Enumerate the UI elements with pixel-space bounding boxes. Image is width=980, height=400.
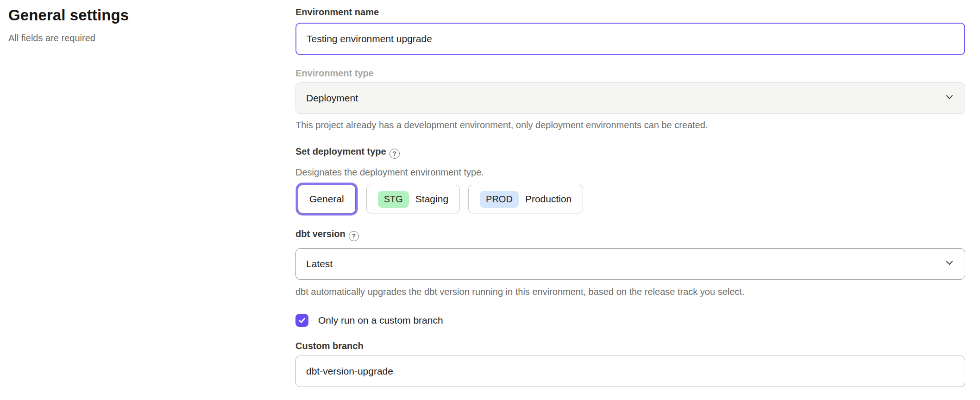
help-icon[interactable]: ? xyxy=(389,149,400,159)
staging-badge: STG xyxy=(378,191,409,208)
deployment-type-production-button[interactable]: PROD Production xyxy=(468,185,583,213)
deployment-type-label: Set deployment type xyxy=(295,146,386,156)
production-badge: PROD xyxy=(480,191,519,208)
environment-name-label: Environment name xyxy=(295,6,965,18)
custom-branch-input[interactable] xyxy=(295,356,965,387)
custom-branch-checkbox-label[interactable]: Only run on a custom branch xyxy=(318,315,443,326)
chevron-down-icon xyxy=(944,258,955,270)
dbt-version-label-row: dbt version? xyxy=(295,228,965,241)
help-icon[interactable]: ? xyxy=(349,231,359,241)
check-icon xyxy=(298,316,306,325)
deployment-type-label-row: Set deployment type? xyxy=(295,146,965,159)
environment-type-helper: This project already has a development e… xyxy=(295,119,965,131)
dbt-version-label: dbt version xyxy=(295,229,346,239)
environment-settings-form: Environment name Environment type Deploy… xyxy=(295,0,980,400)
deployment-type-staging-label: Staging xyxy=(415,194,448,205)
custom-branch-checkbox[interactable] xyxy=(295,314,308,327)
deployment-type-production-label: Production xyxy=(525,194,572,205)
general-settings-page: General settings All fields are required… xyxy=(0,0,980,400)
environment-type-select[interactable]: Deployment xyxy=(295,82,965,114)
deployment-type-general-label: General xyxy=(309,194,344,205)
chevron-down-icon xyxy=(944,92,955,105)
settings-intro-panel: General settings All fields are required xyxy=(0,0,295,400)
deployment-type-helper: Designates the deployment environment ty… xyxy=(295,167,965,178)
deployment-type-options: General STG Staging PROD Production xyxy=(295,185,965,213)
deployment-type-general-button[interactable]: General xyxy=(298,185,356,213)
custom-branch-label: Custom branch xyxy=(295,340,965,351)
deployment-type-staging-button[interactable]: STG Staging xyxy=(366,185,460,213)
dbt-version-value: Latest xyxy=(306,258,333,269)
page-title: General settings xyxy=(8,6,295,24)
environment-type-value: Deployment xyxy=(306,93,358,104)
custom-branch-checkbox-row: Only run on a custom branch xyxy=(295,314,965,327)
environment-name-input[interactable] xyxy=(295,23,965,55)
page-subtitle: All fields are required xyxy=(8,33,295,44)
dbt-version-helper: dbt automatically upgrades the dbt versi… xyxy=(295,286,965,297)
environment-type-label: Environment type xyxy=(295,68,965,79)
dbt-version-select[interactable]: Latest xyxy=(295,248,965,280)
